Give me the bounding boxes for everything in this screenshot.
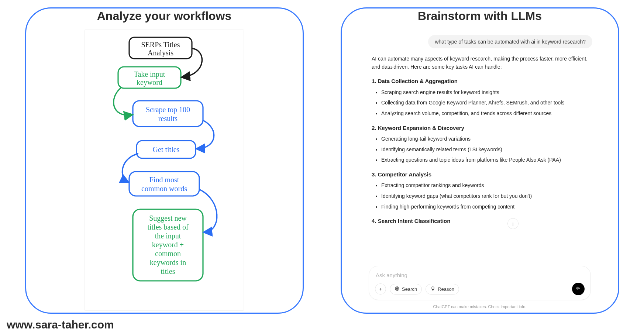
svg-text:results: results xyxy=(158,114,178,123)
flow-node-find-common-words: Find most common words xyxy=(129,172,199,196)
svg-text:keywords in: keywords in xyxy=(150,258,186,267)
attach-button[interactable]: + xyxy=(375,283,386,295)
chat-input[interactable] xyxy=(375,271,585,283)
svg-text:Scrape top 100: Scrape top 100 xyxy=(146,106,190,114)
svg-rect-6 xyxy=(133,101,203,127)
flow-node-suggest-new-titles: Suggest new titles based of the input ke… xyxy=(133,209,203,281)
svg-text:keyword +: keyword + xyxy=(152,241,184,249)
assistant-bullet: Collecting data from Google Keyword Plan… xyxy=(381,99,588,107)
reason-tool-label: Reason xyxy=(438,286,454,292)
assistant-section-heading: 4. Search Intent Classification xyxy=(372,217,588,225)
search-tool-label: Search xyxy=(402,286,417,292)
assistant-bullet: Identifying semantically related terms (… xyxy=(381,146,588,154)
svg-text:keyword: keyword xyxy=(137,78,162,87)
footer-url: www.sara-taher.com xyxy=(7,318,114,331)
waveform-icon xyxy=(575,285,581,293)
svg-text:the input: the input xyxy=(155,232,181,240)
assistant-bullet: Identifying keyword gaps (what competito… xyxy=(381,192,588,200)
panel-analyze-workflows: Analyze your workflows SE xyxy=(25,7,304,314)
bulb-icon xyxy=(430,286,435,292)
flow-arrow-1-2 xyxy=(114,87,131,115)
assistant-bullet: Finding high-performing keywords from co… xyxy=(381,203,588,211)
svg-text:Find most: Find most xyxy=(149,176,179,184)
assistant-section-heading: 3. Competitor Analysis xyxy=(372,170,588,179)
search-tool-button[interactable]: Search xyxy=(390,284,422,295)
assistant-section-heading: 2. Keyword Expansion & Discovery xyxy=(372,124,588,132)
svg-text:SERPs Titles: SERPs Titles xyxy=(141,41,180,49)
chat-composer: + Search xyxy=(369,266,591,300)
assistant-intro: AI can automate many aspects of keyword … xyxy=(372,55,588,71)
svg-text:Take input: Take input xyxy=(134,70,165,79)
svg-text:common words: common words xyxy=(141,185,187,193)
voice-button[interactable] xyxy=(572,283,585,295)
flow-node-scrape-top-100: Scrape top 100 results xyxy=(133,101,203,127)
scroll-down-button[interactable]: ↓ xyxy=(507,218,519,229)
svg-text:titles: titles xyxy=(161,267,175,275)
svg-text:Suggest new: Suggest new xyxy=(149,214,187,223)
svg-text:common: common xyxy=(155,249,181,258)
reason-tool-button[interactable]: Reason xyxy=(426,284,459,295)
flow-node-get-titles: Get titles xyxy=(137,141,196,158)
svg-text:Analysis: Analysis xyxy=(148,49,173,57)
chat-disclaimer: ChatGPT can make mistakes. Check importa… xyxy=(364,304,596,309)
panel-title-right: Brainstorm with LLMs xyxy=(407,8,552,24)
panel-brainstorm-llms: Brainstorm with LLMs what type of tasks … xyxy=(341,7,619,314)
assistant-bullet: Generating long-tail keyword variations xyxy=(381,135,588,143)
chat-frame: what type of tasks can be automated with… xyxy=(364,30,596,310)
svg-text:titles based of: titles based of xyxy=(147,223,188,231)
flow-node-take-input-keyword: Take input keyword xyxy=(118,67,181,88)
assistant-bullet: Scraping search engine results for keywo… xyxy=(381,89,588,97)
assistant-bullet: Extracting competitor rankings and keywo… xyxy=(381,182,588,190)
assistant-bullet: Analyzing search volume, competition, an… xyxy=(381,110,588,118)
chat-user-message: what type of tasks can be automated with… xyxy=(428,35,592,48)
assistant-bullet: Extracting questions and topic ideas fro… xyxy=(381,156,588,164)
panel-title-left: Analyze your workflows xyxy=(87,8,242,24)
flow-node-serps-titles-analysis: SERPs Titles Analysis xyxy=(129,37,192,59)
flowchart-canvas: SERPs Titles Analysis Take input keyword… xyxy=(85,30,244,310)
arrow-down-icon: ↓ xyxy=(512,221,514,227)
globe-icon xyxy=(395,286,400,292)
svg-text:Get titles: Get titles xyxy=(153,145,180,154)
chat-assistant-message: AI can automate many aspects of keyword … xyxy=(364,55,596,264)
plus-icon: + xyxy=(379,286,382,292)
assistant-section-heading: 1. Data Collection & Aggregation xyxy=(372,77,588,85)
